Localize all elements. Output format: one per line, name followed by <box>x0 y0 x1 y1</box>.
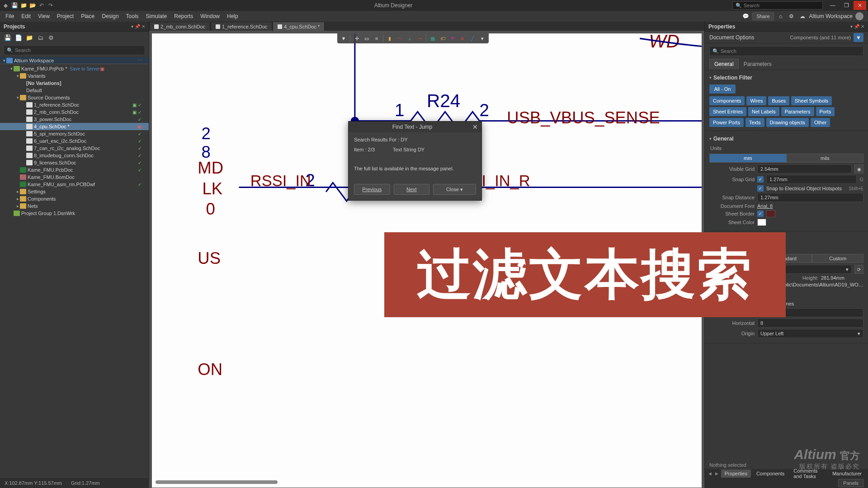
tree-row[interactable]: ▸Nets <box>0 202 149 210</box>
cloud-icon[interactable]: ☁ <box>798 12 807 20</box>
tree-row[interactable]: ▾Kame_FMU.PrjPcb *Save to Server ▣ <box>0 65 149 72</box>
filter-chip[interactable]: Texts <box>745 118 764 127</box>
panel-close-icon[interactable]: ✕ <box>142 24 145 29</box>
settings-icon[interactable]: ⚙ <box>788 12 796 20</box>
tree-row[interactable]: 1_reference.SchDoc▣ ✓ <box>0 101 149 108</box>
tree-row[interactable]: Project Group 1.DsnWrk <box>0 210 149 217</box>
workspace-menu-icon[interactable]: ⋯ <box>137 57 147 63</box>
tool-flag-icon[interactable]: ⚑ <box>449 35 456 42</box>
snap-distance-input[interactable]: 1.27mm <box>757 193 863 202</box>
tree-row[interactable]: [No Variations] <box>0 80 149 87</box>
filter-chip[interactable]: Wires <box>746 96 766 105</box>
scroll-right-icon[interactable]: ► <box>714 471 719 476</box>
project-tree[interactable]: ▾Kame_FMU.PrjPcb *Save to Server ▣▾Varia… <box>0 64 149 478</box>
snap-grid-check[interactable]: ✓ <box>757 176 764 183</box>
all-on-button[interactable]: All - On <box>709 84 736 94</box>
sheet-border-color[interactable] <box>766 210 775 217</box>
menu-simulate[interactable]: Simulate <box>142 13 171 19</box>
sheet-border-check[interactable]: ✓ <box>757 211 764 217</box>
close-button[interactable]: ✕ <box>854 1 866 10</box>
rp-close-icon[interactable]: ✕ <box>861 24 864 29</box>
document-tab[interactable]: 2_mb_conn.SchDoc <box>149 22 210 31</box>
tool-rect-icon[interactable]: ▭ <box>363 35 370 42</box>
menu-edit[interactable]: Edit <box>18 13 34 19</box>
tree-row[interactable]: 9_licenses.SchDoc✓ <box>0 159 149 166</box>
tool-wave-icon[interactable]: 〰 <box>396 35 403 42</box>
rp-pin-icon[interactable]: 📌 <box>854 24 859 29</box>
minimize-button[interactable]: — <box>826 1 839 10</box>
projects-search[interactable]: 🔍 Search <box>4 45 145 55</box>
folder-stack-icon[interactable]: 🗂 <box>36 33 44 42</box>
tree-row[interactable]: ▸Components <box>0 195 149 202</box>
menu-design[interactable]: Design <box>98 13 122 19</box>
btab-comments[interactable]: Comments and Tasks <box>790 469 827 478</box>
menu-tools[interactable]: Tools <box>123 13 142 19</box>
tree-row[interactable]: ▾Variants <box>0 72 149 80</box>
unit-mm[interactable]: mm <box>709 154 787 163</box>
tool-more-icon[interactable]: ▾ <box>479 35 486 42</box>
origin-select[interactable]: Upper Left▾ <box>757 329 863 338</box>
filter-chip[interactable]: Buses <box>768 96 789 105</box>
save-all-icon[interactable]: 💾 <box>4 33 12 42</box>
workspace-label[interactable]: Altium Workspace <box>809 13 853 19</box>
workspace-row[interactable]: ▾ Altium Workspace ⋯ <box>0 57 149 64</box>
global-search[interactable]: 🔍 Search <box>732 1 823 9</box>
btab-manufacturer[interactable]: Manufacturer <box>829 469 865 478</box>
find-text-dialog[interactable]: Find Text - Jump ✕ Search Results For : … <box>348 121 482 201</box>
document-tab[interactable]: 1_reference.SchDoc <box>211 22 272 31</box>
redo-icon[interactable]: ↷ <box>47 2 54 9</box>
tool-pin-icon[interactable]: ⊸ <box>416 35 423 42</box>
document-font-link[interactable]: Arial, 8 <box>757 203 863 209</box>
filter-chip[interactable]: Sheet Symbols <box>791 96 832 105</box>
share-button[interactable]: Share <box>752 12 774 20</box>
maximize-button[interactable]: ❐ <box>840 1 853 10</box>
funnel-icon[interactable]: ▼ <box>854 33 863 42</box>
menu-file[interactable]: File <box>2 13 18 19</box>
menu-help[interactable]: Help <box>223 13 242 19</box>
visible-grid-input[interactable]: 2.54mm <box>757 164 852 174</box>
tree-row[interactable]: 6_uart_esc_i2c.SchDoc✓ <box>0 137 149 145</box>
tool-line-icon[interactable]: ╱ <box>469 35 476 42</box>
folder-icon[interactable]: 📂 <box>29 2 36 9</box>
open-icon[interactable]: 📁 <box>20 2 27 9</box>
filter-chip[interactable]: Drawing objects <box>766 118 809 127</box>
panel-dropdown-icon[interactable]: ▾ <box>131 24 133 29</box>
close-button[interactable]: Close ▾ <box>433 184 476 195</box>
undo-icon[interactable]: ↶ <box>38 2 45 9</box>
tool-chip-icon[interactable]: ▦ <box>429 35 436 42</box>
filter-chip[interactable]: Other <box>811 118 830 127</box>
snap-grid-input[interactable]: 1.27mm <box>766 175 857 184</box>
template-refresh[interactable]: ⟳ <box>854 265 863 274</box>
tree-row[interactable]: Default <box>0 87 149 94</box>
open-folder-icon[interactable]: 📁 <box>25 33 33 42</box>
tree-row[interactable]: 7_can_rc_i2c_analog.SchDoc✓ <box>0 145 149 152</box>
horizontal-input[interactable]: 8 <box>757 319 863 328</box>
tree-row[interactable]: 5_spi_memory.SchDoc✓ <box>0 130 149 137</box>
properties-search[interactable]: 🔍 Search <box>709 46 863 56</box>
rp-dropdown-icon[interactable]: ▾ <box>850 24 853 29</box>
tree-row[interactable]: Kame_FMU.PcbDoc✓ <box>0 166 149 174</box>
filter-chip[interactable]: Parameters <box>781 107 814 116</box>
previous-button[interactable]: Previous <box>354 184 390 195</box>
scroll-left-icon[interactable]: ◄ <box>708 471 712 476</box>
btab-components[interactable]: Components <box>753 469 788 478</box>
gear-icon[interactable]: ⚙ <box>47 33 55 42</box>
section-general[interactable]: General <box>709 134 863 144</box>
home-icon[interactable]: ⌂ <box>777 12 785 20</box>
fmt-custom[interactable]: Custom <box>812 254 863 263</box>
save-icon[interactable]: 💾 <box>11 2 18 9</box>
tree-row[interactable]: 8_imudebug_conn.SchDoc✓ <box>0 152 149 159</box>
sheet-color-swatch[interactable] <box>757 219 766 226</box>
filter-chip[interactable]: Sheet Entries <box>709 107 746 116</box>
tree-row[interactable]: Kame_FMU_asm_rm.PCBDwf✓ <box>0 181 149 188</box>
snap-elec-check[interactable]: ✓ <box>757 185 764 192</box>
filter-chip[interactable]: Net Labels <box>748 107 779 116</box>
tab-parameters[interactable]: Parameters <box>739 59 777 70</box>
document-tab[interactable]: 4_cpu.SchDoc * <box>273 22 325 31</box>
horizontal-scrollbar[interactable] <box>156 480 278 484</box>
section-selection-filter[interactable]: Selection Filter <box>709 73 863 83</box>
filter-chip[interactable]: Power Ports <box>709 118 744 127</box>
feedback-icon[interactable]: 💬 <box>741 12 750 20</box>
tool-tag-icon[interactable]: 🏷 <box>439 35 446 42</box>
menu-window[interactable]: Window <box>197 13 223 19</box>
